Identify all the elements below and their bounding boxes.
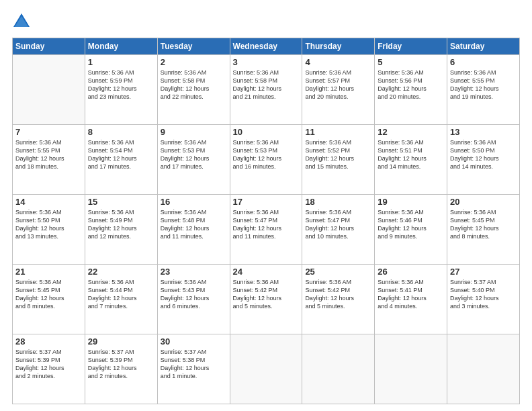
cell-content: Sunrise: 5:36 AM Sunset: 5:58 PM Dayligh…	[161, 68, 227, 101]
calendar-cell: 13Sunrise: 5:36 AM Sunset: 5:50 PM Dayli…	[447, 125, 520, 195]
cell-content: Sunrise: 5:36 AM Sunset: 5:45 PM Dayligh…	[15, 278, 82, 311]
calendar-cell	[13, 55, 85, 125]
calendar-cell: 9Sunrise: 5:36 AM Sunset: 5:53 PM Daylig…	[157, 125, 230, 195]
calendar-cell: 26Sunrise: 5:36 AM Sunset: 5:41 PM Dayli…	[375, 265, 447, 334]
calendar-header-row: SundayMondayTuesdayWednesdayThursdayFrid…	[13, 38, 520, 55]
calendar-header-thursday: Thursday	[302, 38, 375, 55]
cell-content: Sunrise: 5:36 AM Sunset: 5:53 PM Dayligh…	[233, 138, 300, 171]
calendar-cell: 4Sunrise: 5:36 AM Sunset: 5:57 PM Daylig…	[302, 55, 375, 125]
day-number: 18	[305, 197, 371, 207]
calendar-cell: 12Sunrise: 5:36 AM Sunset: 5:51 PM Dayli…	[375, 125, 447, 195]
cell-content: Sunrise: 5:36 AM Sunset: 5:57 PM Dayligh…	[305, 68, 371, 101]
cell-content: Sunrise: 5:36 AM Sunset: 5:47 PM Dayligh…	[305, 208, 371, 241]
day-number: 4	[305, 57, 371, 67]
cell-content: Sunrise: 5:36 AM Sunset: 5:44 PM Dayligh…	[88, 278, 154, 311]
calendar-cell: 11Sunrise: 5:36 AM Sunset: 5:52 PM Dayli…	[302, 125, 375, 195]
calendar-cell: 14Sunrise: 5:36 AM Sunset: 5:50 PM Dayli…	[13, 195, 85, 265]
calendar-table: SundayMondayTuesdayWednesdayThursdayFrid…	[12, 38, 520, 404]
calendar-cell: 24Sunrise: 5:36 AM Sunset: 5:42 PM Dayli…	[230, 265, 302, 334]
calendar-cell: 20Sunrise: 5:36 AM Sunset: 5:45 PM Dayli…	[447, 195, 520, 265]
calendar-cell: 18Sunrise: 5:36 AM Sunset: 5:47 PM Dayli…	[302, 195, 375, 265]
cell-content: Sunrise: 5:36 AM Sunset: 5:52 PM Dayligh…	[305, 138, 371, 171]
calendar-header-friday: Friday	[375, 38, 447, 55]
cell-content: Sunrise: 5:36 AM Sunset: 5:45 PM Dayligh…	[450, 208, 517, 241]
day-number: 26	[378, 267, 444, 277]
cell-content: Sunrise: 5:36 AM Sunset: 5:42 PM Dayligh…	[305, 278, 371, 311]
calendar-cell: 21Sunrise: 5:36 AM Sunset: 5:45 PM Dayli…	[13, 265, 85, 334]
cell-content: Sunrise: 5:36 AM Sunset: 5:54 PM Dayligh…	[88, 138, 154, 171]
cell-content: Sunrise: 5:36 AM Sunset: 5:41 PM Dayligh…	[378, 278, 444, 311]
day-number: 9	[161, 127, 227, 137]
calendar-cell: 16Sunrise: 5:36 AM Sunset: 5:48 PM Dayli…	[157, 195, 230, 265]
calendar-cell	[375, 334, 447, 404]
day-number: 3	[233, 57, 300, 67]
day-number: 29	[88, 336, 154, 347]
calendar-cell: 6Sunrise: 5:36 AM Sunset: 5:55 PM Daylig…	[447, 55, 520, 125]
day-number: 13	[450, 127, 517, 137]
cell-content: Sunrise: 5:36 AM Sunset: 5:56 PM Dayligh…	[378, 68, 444, 101]
day-number: 24	[233, 267, 300, 277]
calendar-header-tuesday: Tuesday	[157, 38, 230, 55]
day-number: 6	[450, 57, 517, 67]
cell-content: Sunrise: 5:36 AM Sunset: 5:50 PM Dayligh…	[15, 208, 82, 241]
calendar-cell: 22Sunrise: 5:36 AM Sunset: 5:44 PM Dayli…	[85, 265, 157, 334]
day-number: 22	[88, 267, 154, 277]
cell-content: Sunrise: 5:36 AM Sunset: 5:49 PM Dayligh…	[88, 208, 154, 241]
calendar-header-monday: Monday	[85, 38, 157, 55]
calendar-cell	[230, 334, 302, 404]
cell-content: Sunrise: 5:36 AM Sunset: 5:55 PM Dayligh…	[450, 68, 517, 101]
calendar-cell: 23Sunrise: 5:36 AM Sunset: 5:43 PM Dayli…	[157, 265, 230, 334]
logo-icon	[12, 12, 31, 31]
calendar-cell: 1Sunrise: 5:36 AM Sunset: 5:59 PM Daylig…	[85, 55, 157, 125]
day-number: 27	[450, 267, 517, 277]
cell-content: Sunrise: 5:36 AM Sunset: 5:51 PM Dayligh…	[378, 138, 444, 171]
day-number: 15	[88, 197, 154, 207]
calendar-cell: 15Sunrise: 5:36 AM Sunset: 5:49 PM Dayli…	[85, 195, 157, 265]
calendar-header-sunday: Sunday	[13, 38, 85, 55]
day-number: 12	[378, 127, 444, 137]
calendar-cell: 29Sunrise: 5:37 AM Sunset: 5:39 PM Dayli…	[85, 334, 157, 404]
calendar-week-5: 28Sunrise: 5:37 AM Sunset: 5:39 PM Dayli…	[13, 334, 520, 404]
cell-content: Sunrise: 5:36 AM Sunset: 5:46 PM Dayligh…	[378, 208, 444, 241]
calendar-cell: 3Sunrise: 5:36 AM Sunset: 5:58 PM Daylig…	[230, 55, 302, 125]
cell-content: Sunrise: 5:37 AM Sunset: 5:39 PM Dayligh…	[88, 348, 154, 381]
calendar-cell	[447, 334, 520, 404]
calendar-cell: 17Sunrise: 5:36 AM Sunset: 5:47 PM Dayli…	[230, 195, 302, 265]
header	[12, 12, 520, 31]
calendar-cell: 10Sunrise: 5:36 AM Sunset: 5:53 PM Dayli…	[230, 125, 302, 195]
day-number: 10	[233, 127, 300, 137]
calendar-week-3: 14Sunrise: 5:36 AM Sunset: 5:50 PM Dayli…	[13, 195, 520, 265]
day-number: 11	[305, 127, 371, 137]
day-number: 2	[161, 57, 227, 67]
calendar-cell	[302, 334, 375, 404]
cell-content: Sunrise: 5:36 AM Sunset: 5:50 PM Dayligh…	[450, 138, 517, 171]
calendar-header-saturday: Saturday	[447, 38, 520, 55]
day-number: 21	[15, 267, 82, 277]
calendar-cell: 25Sunrise: 5:36 AM Sunset: 5:42 PM Dayli…	[302, 265, 375, 334]
day-number: 30	[161, 336, 227, 347]
cell-content: Sunrise: 5:36 AM Sunset: 5:53 PM Dayligh…	[161, 138, 227, 171]
cell-content: Sunrise: 5:36 AM Sunset: 5:59 PM Dayligh…	[88, 68, 154, 101]
calendar-cell: 27Sunrise: 5:37 AM Sunset: 5:40 PM Dayli…	[447, 265, 520, 334]
calendar-cell: 30Sunrise: 5:37 AM Sunset: 5:38 PM Dayli…	[157, 334, 230, 404]
day-number: 17	[233, 197, 300, 207]
day-number: 7	[15, 127, 82, 137]
cell-content: Sunrise: 5:37 AM Sunset: 5:38 PM Dayligh…	[161, 348, 227, 381]
cell-content: Sunrise: 5:36 AM Sunset: 5:47 PM Dayligh…	[233, 208, 300, 241]
day-number: 28	[15, 336, 82, 347]
page: SundayMondayTuesdayWednesdayThursdayFrid…	[0, 0, 532, 411]
cell-content: Sunrise: 5:36 AM Sunset: 5:55 PM Dayligh…	[15, 138, 82, 171]
calendar-cell: 5Sunrise: 5:36 AM Sunset: 5:56 PM Daylig…	[375, 55, 447, 125]
cell-content: Sunrise: 5:36 AM Sunset: 5:42 PM Dayligh…	[233, 278, 300, 311]
day-number: 8	[88, 127, 154, 137]
calendar-cell: 28Sunrise: 5:37 AM Sunset: 5:39 PM Dayli…	[13, 334, 85, 404]
calendar-cell: 8Sunrise: 5:36 AM Sunset: 5:54 PM Daylig…	[85, 125, 157, 195]
cell-content: Sunrise: 5:36 AM Sunset: 5:58 PM Dayligh…	[233, 68, 300, 101]
day-number: 16	[161, 197, 227, 207]
day-number: 5	[378, 57, 444, 67]
day-number: 1	[88, 57, 154, 67]
day-number: 14	[15, 197, 82, 207]
calendar-week-4: 21Sunrise: 5:36 AM Sunset: 5:45 PM Dayli…	[13, 265, 520, 334]
calendar-week-2: 7Sunrise: 5:36 AM Sunset: 5:55 PM Daylig…	[13, 125, 520, 195]
cell-content: Sunrise: 5:36 AM Sunset: 5:48 PM Dayligh…	[161, 208, 227, 241]
